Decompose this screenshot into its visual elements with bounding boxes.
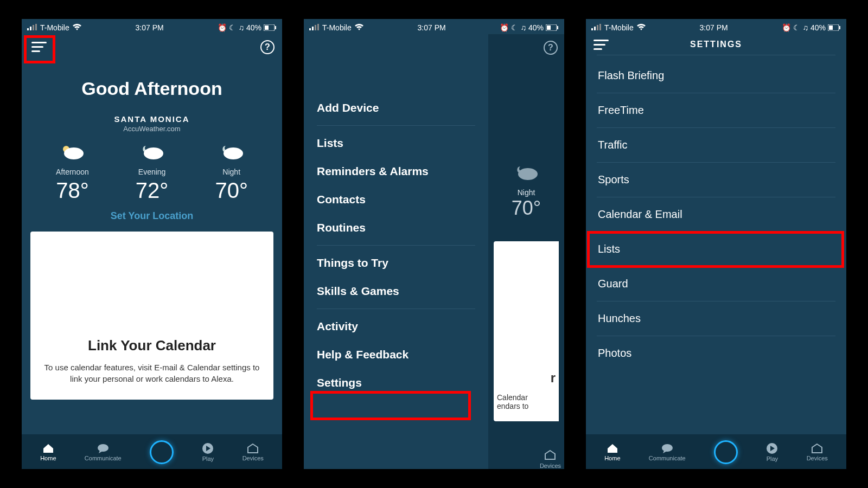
cloud-moon-icon (513, 174, 540, 183)
settings-guard[interactable]: Guard (597, 267, 835, 301)
tab-devices[interactable]: Devices (807, 443, 828, 461)
moon-icon: ☾ (793, 23, 800, 32)
svg-point-28 (662, 444, 673, 452)
headphones-icon: ♫ (802, 23, 808, 32)
drawer-help-feedback[interactable]: Help & Feedback (317, 341, 475, 369)
signal-icon (27, 23, 37, 32)
help-icon[interactable]: ? (260, 40, 275, 54)
svg-rect-6 (275, 26, 276, 29)
greeting-text: Good Afternoon (22, 78, 282, 99)
calendar-card[interactable]: Link Your Calendar To use calendar featu… (30, 232, 273, 400)
battery-label: 40% (246, 23, 261, 32)
signal-icon (591, 23, 601, 32)
svg-rect-23 (597, 25, 598, 30)
tab-alexa[interactable] (150, 440, 174, 464)
tab-home[interactable]: Home (40, 443, 56, 461)
svg-rect-15 (315, 25, 316, 30)
headphones-icon: ♫ (238, 23, 244, 32)
svg-rect-3 (35, 24, 37, 30)
screen-settings: T-Mobile 3:07 PM ⏰ ☾ ♫ 40% SETTINGS Flas… (586, 19, 846, 469)
cloud-sun-icon (59, 153, 86, 163)
tab-play[interactable]: Play (766, 442, 778, 462)
status-bar: T-Mobile 3:07 PM ⏰ ☾ ♫ 40% (22, 19, 282, 34)
cloud-moon-icon (218, 153, 245, 163)
svg-point-20 (518, 168, 538, 180)
card-title: Link Your Calendar (88, 337, 216, 354)
weather-source: AccuWeather.com (22, 125, 282, 133)
tab-home[interactable]: Home (604, 443, 620, 461)
tab-devices[interactable]: Devices (242, 443, 264, 461)
tab-communicate[interactable]: Communicate (85, 443, 122, 461)
settings-freetime[interactable]: FreeTime (597, 93, 835, 128)
status-bar: T-Mobile 3:07 PM ⏰ ☾ ♫ 40% (304, 19, 564, 34)
settings-hunches[interactable]: Hunches (597, 301, 835, 336)
alexa-ring-icon (714, 440, 738, 464)
drawer-routines[interactable]: Routines (317, 214, 475, 242)
screen-drawer: T-Mobile 3:07 PM ⏰ ☾ ♫ 40% ? Night 70° r… (304, 19, 564, 469)
settings-lists[interactable]: Lists (597, 232, 835, 267)
svg-point-9 (144, 147, 163, 159)
svg-rect-5 (265, 25, 269, 30)
drawer-settings[interactable]: Settings (317, 369, 475, 397)
drawer-skills-games[interactable]: Skills & Games (317, 277, 475, 305)
weather-label: Afternoon (56, 168, 89, 176)
weather-label: Night (215, 168, 248, 176)
settings-photos[interactable]: Photos (597, 336, 835, 370)
settings-traffic[interactable]: Traffic (597, 128, 835, 163)
carrier-label: T-Mobile (40, 23, 69, 32)
alarm-icon: ⏰ (782, 23, 791, 32)
page-title: SETTINGS (586, 34, 846, 53)
peek-label: Night (488, 188, 564, 197)
tab-play[interactable]: Play (202, 442, 214, 462)
drawer-contacts[interactable]: Contacts (317, 185, 475, 214)
nav-drawer: Add Device Lists Reminders & Alarms Cont… (304, 34, 488, 469)
drawer-add-device[interactable]: Add Device (317, 94, 475, 122)
alarm-icon: ⏰ (218, 23, 227, 32)
svg-rect-2 (33, 25, 34, 30)
settings-sports[interactable]: Sports (597, 163, 835, 197)
menu-button[interactable] (593, 40, 609, 50)
svg-rect-14 (312, 27, 314, 30)
drawer-things-to-try[interactable]: Things to Try (317, 249, 475, 277)
clock-label: 3:07 PM (136, 23, 164, 32)
svg-rect-18 (547, 25, 551, 30)
battery-icon (264, 24, 277, 31)
tab-alexa[interactable] (714, 440, 738, 464)
clock-label: 3:07 PM (700, 23, 728, 32)
settings-list[interactable]: Flash Briefing FreeTime Traffic Sports C… (586, 55, 846, 370)
settings-calendar-email[interactable]: Calendar & Email (597, 197, 835, 232)
peek-temp: 70° (488, 197, 564, 220)
help-icon[interactable]: ? (544, 41, 558, 55)
svg-rect-1 (30, 27, 31, 30)
svg-point-8 (64, 147, 84, 159)
weather-row: Afternoon 78° Evening 72° Night 70° (22, 143, 282, 203)
svg-rect-19 (557, 26, 558, 29)
set-location-link[interactable]: Set Your Location (22, 210, 282, 222)
battery-icon (546, 24, 559, 31)
tab-communicate[interactable]: Communicate (649, 443, 686, 461)
carrier-label: T-Mobile (322, 23, 352, 32)
settings-flash-briefing[interactable]: Flash Briefing (597, 59, 835, 93)
status-bar: T-Mobile 3:07 PM ⏰ ☾ ♫ 40% (586, 19, 846, 34)
battery-label: 40% (528, 23, 544, 32)
svg-rect-26 (829, 25, 833, 30)
location-label: SANTA MONICA (22, 114, 282, 124)
svg-rect-22 (594, 27, 596, 30)
svg-rect-0 (27, 28, 29, 30)
moon-icon: ☾ (229, 23, 236, 32)
svg-rect-16 (317, 24, 319, 30)
svg-point-10 (224, 147, 243, 159)
drawer-reminders[interactable]: Reminders & Alarms (317, 157, 475, 185)
background-peek[interactable]: ? Night 70° r Calendar endars to Devices (488, 34, 564, 469)
menu-button[interactable] (29, 38, 49, 55)
screen-home: T-Mobile 3:07 PM ⏰ ☾ ♫ 40% ? Good Aftern… (22, 19, 282, 469)
drawer-activity[interactable]: Activity (317, 312, 475, 341)
peek-card: r Calendar endars to (494, 241, 559, 421)
svg-rect-27 (839, 26, 840, 29)
alexa-ring-icon (150, 440, 174, 464)
signal-icon (309, 23, 319, 32)
weather-temp: 78° (56, 178, 89, 203)
battery-label: 40% (810, 23, 826, 32)
weather-label: Evening (136, 168, 169, 176)
drawer-lists[interactable]: Lists (317, 129, 475, 157)
